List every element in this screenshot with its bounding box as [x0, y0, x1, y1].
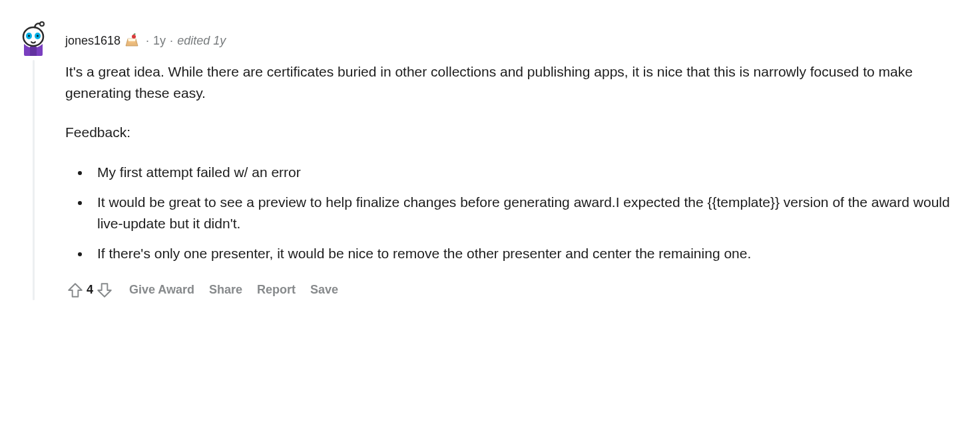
list-item: My first attempt failed w/ an error: [91, 162, 969, 183]
vote-score: 4: [87, 283, 93, 297]
share-button[interactable]: Share: [209, 283, 242, 297]
downvote-icon: [96, 282, 113, 299]
svg-rect-6: [30, 47, 37, 56]
list-item: If there's only one presenter, it would …: [91, 243, 969, 264]
posted-time: 1y: [153, 35, 166, 47]
comment-meta: jones1618 · 1y · edited 1y: [65, 33, 969, 48]
comment-body: It's a great idea. While there are certi…: [65, 61, 969, 264]
report-button[interactable]: Report: [257, 283, 296, 297]
comment-footer: 4 Give Award Share Report Save: [65, 280, 969, 300]
svg-point-4: [37, 35, 39, 37]
body-paragraph: It's a great idea. While there are certi…: [65, 61, 969, 103]
thread-column: [15, 20, 52, 300]
body-paragraph: Feedback:: [65, 122, 969, 143]
comment-content: jones1618 · 1y · edited 1y It's a great …: [52, 20, 969, 300]
save-button[interactable]: Save: [310, 283, 338, 297]
downvote-button[interactable]: [95, 280, 115, 300]
author-link[interactable]: jones1618: [65, 35, 121, 47]
avatar[interactable]: [15, 20, 51, 56]
svg-point-7: [132, 35, 136, 39]
svg-point-5: [40, 22, 44, 26]
cake-day-icon: [124, 33, 139, 48]
comment: jones1618 · 1y · edited 1y It's a great …: [0, 0, 980, 311]
upvote-icon: [67, 282, 84, 299]
thread-line[interactable]: [33, 60, 35, 300]
give-award-button[interactable]: Give Award: [129, 283, 194, 297]
svg-point-3: [28, 35, 30, 37]
separator-dot: ·: [170, 35, 173, 47]
separator-dot: ·: [146, 35, 149, 47]
upvote-button[interactable]: [65, 280, 85, 300]
edited-time: edited 1y: [177, 35, 226, 47]
list-item: It would be great to see a preview to he…: [91, 192, 969, 234]
feedback-list: My first attempt failed w/ an error It w…: [65, 162, 969, 264]
